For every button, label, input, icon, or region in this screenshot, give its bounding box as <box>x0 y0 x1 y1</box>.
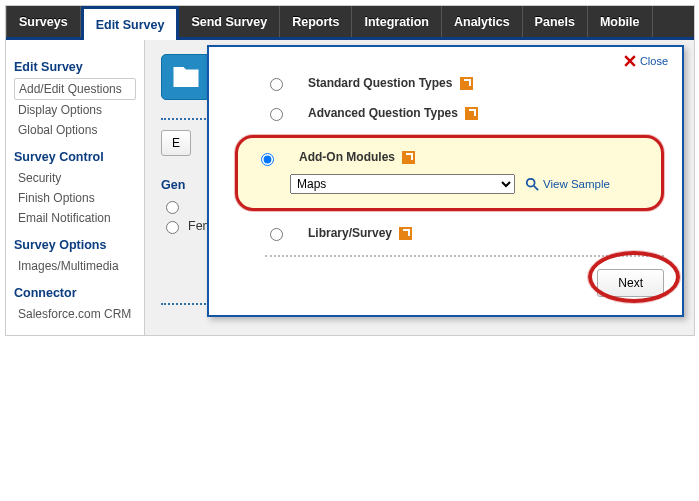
app-window: Surveys Edit Survey Send Survey Reports … <box>5 5 695 336</box>
label-addon: Add-On Modules <box>299 150 395 164</box>
tab-reports[interactable]: Reports <box>280 6 352 37</box>
sidebar: Edit Survey Add/Edit Questions Display O… <box>6 40 144 335</box>
sidebar-item-display-options[interactable]: Display Options <box>14 100 136 120</box>
dialog-close-label: Close <box>640 55 668 67</box>
help-icon[interactable] <box>399 227 412 240</box>
radio-addon[interactable] <box>261 153 274 166</box>
option-standard[interactable]: Standard Question Types <box>265 75 664 91</box>
main-tabs: Surveys Edit Survey Send Survey Reports … <box>6 6 694 40</box>
help-icon[interactable] <box>465 107 478 120</box>
svg-line-6 <box>534 186 538 190</box>
option-addon-highlight: Add-On Modules Maps View Sample <box>235 135 664 211</box>
question-type-dialog: Close Standard Question Types Advanced Q… <box>207 45 684 317</box>
sidebar-item-images-multimedia[interactable]: Images/Multimedia <box>14 256 136 276</box>
sidebar-item-security[interactable]: Security <box>14 168 136 188</box>
sidebar-heading-connector: Connector <box>14 286 136 300</box>
tab-send-survey[interactable]: Send Survey <box>179 6 280 37</box>
sidebar-item-email-notification[interactable]: Email Notification <box>14 208 136 228</box>
sidebar-heading-surveyoptions: Survey Options <box>14 238 136 252</box>
gender-radio-2[interactable] <box>166 221 179 234</box>
edit-button-stub[interactable]: E <box>161 130 191 156</box>
tab-edit-survey[interactable]: Edit Survey <box>81 6 180 40</box>
sidebar-item-salesforce-crm[interactable]: Salesforce.com CRM <box>14 304 136 324</box>
sidebar-item-global-options[interactable]: Global Options <box>14 120 136 140</box>
label-advanced: Advanced Question Types <box>308 106 458 120</box>
tab-integration[interactable]: Integration <box>352 6 442 37</box>
gender-radio-1[interactable] <box>166 201 179 214</box>
view-sample-link[interactable]: View Sample <box>525 177 610 191</box>
dialog-divider <box>265 255 664 257</box>
content-area: E Gen Female Add New Question <box>144 40 694 335</box>
sidebar-heading-editsurvey: Edit Survey <box>14 60 136 74</box>
svg-point-5 <box>527 179 535 187</box>
dialog-footer: Next <box>265 269 664 297</box>
tab-analytics[interactable]: Analytics <box>442 6 523 37</box>
view-sample-label: View Sample <box>543 178 610 190</box>
radio-advanced[interactable] <box>270 108 283 121</box>
option-advanced[interactable]: Advanced Question Types <box>265 105 664 121</box>
label-library: Library/Survey <box>308 226 392 240</box>
sidebar-heading-surveycontrol: Survey Control <box>14 150 136 164</box>
label-standard: Standard Question Types <box>308 76 452 90</box>
tab-surveys[interactable]: Surveys <box>6 6 81 37</box>
addon-select[interactable]: Maps <box>290 174 515 194</box>
radio-library[interactable] <box>270 228 283 241</box>
sidebar-item-finish-options[interactable]: Finish Options <box>14 188 136 208</box>
main-area: Edit Survey Add/Edit Questions Display O… <box>6 40 694 335</box>
radio-standard[interactable] <box>270 78 283 91</box>
survey-folder-icon[interactable] <box>161 54 211 100</box>
magnifier-icon <box>525 177 539 191</box>
help-icon[interactable] <box>460 77 473 90</box>
option-library[interactable]: Library/Survey <box>265 225 664 241</box>
next-button[interactable]: Next <box>597 269 664 297</box>
help-icon[interactable] <box>402 151 415 164</box>
sidebar-item-add-edit-questions[interactable]: Add/Edit Questions <box>14 78 136 100</box>
close-icon <box>624 55 636 67</box>
dialog-close-button[interactable]: Close <box>624 55 668 67</box>
tab-mobile[interactable]: Mobile <box>588 6 653 37</box>
tab-panels[interactable]: Panels <box>523 6 588 37</box>
option-addon[interactable]: Add-On Modules <box>256 150 643 166</box>
